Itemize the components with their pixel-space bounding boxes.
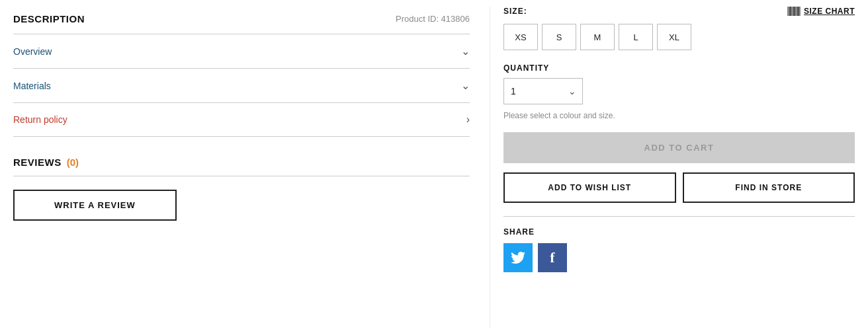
size-buttons: XS S M L XL <box>503 24 855 50</box>
left-panel: DESCRIPTION Product ID: 413806 Overview … <box>0 7 490 328</box>
size-xl-button[interactable]: XL <box>657 24 691 50</box>
quantity-select-wrapper: 1 2 3 4 5 ⌄ <box>503 78 583 104</box>
add-to-cart-button[interactable]: ADD TO CART <box>503 132 855 163</box>
chevron-down-icon: ⌄ <box>461 45 470 57</box>
right-panel: SIZE: SIZE CHART XS S M L XL QUANTITY 1 … <box>490 7 868 328</box>
description-header: DESCRIPTION Product ID: 413806 <box>13 13 470 34</box>
materials-label: Materials <box>13 81 51 91</box>
accordion-materials[interactable]: Materials ⌄ <box>13 69 470 103</box>
reviews-section: REVIEWS (0) WRITE A REVIEW <box>13 157 470 221</box>
find-in-store-button[interactable]: FIND IN STORE <box>683 172 855 203</box>
overview-label: Overview <box>13 46 52 57</box>
twitter-icon <box>511 252 525 264</box>
reviews-divider <box>13 176 470 176</box>
size-xs-button[interactable]: XS <box>503 24 538 50</box>
reviews-title: REVIEWS <box>13 157 62 168</box>
reviews-count: (0) <box>67 157 79 168</box>
write-review-button[interactable]: WRITE A REVIEW <box>13 190 177 221</box>
size-chart-label: SIZE CHART <box>804 7 855 16</box>
share-label: SHARE <box>503 227 855 237</box>
description-title: DESCRIPTION <box>13 13 85 24</box>
share-divider <box>503 216 855 217</box>
size-label: SIZE: <box>503 7 527 16</box>
secondary-buttons: ADD TO WISH LIST FIND IN STORE <box>503 172 855 203</box>
accordion-return-policy[interactable]: Return policy › <box>13 103 470 137</box>
product-id: Product ID: 413806 <box>396 14 470 24</box>
twitter-share-button[interactable] <box>503 243 533 272</box>
return-policy-label: Return policy <box>13 114 67 125</box>
share-buttons: f <box>503 243 855 272</box>
size-l-button[interactable]: L <box>619 24 653 50</box>
size-header-row: SIZE: SIZE CHART <box>503 7 855 16</box>
quantity-label: QUANTITY <box>503 63 855 73</box>
reviews-header: REVIEWS (0) <box>13 157 470 176</box>
size-m-button[interactable]: M <box>580 24 615 50</box>
chevron-right-icon: › <box>466 114 470 126</box>
chevron-down-icon: ⌄ <box>461 79 470 92</box>
size-s-button[interactable]: S <box>542 24 576 50</box>
add-to-wish-list-button[interactable]: ADD TO WISH LIST <box>503 172 676 203</box>
quantity-select[interactable]: 1 2 3 4 5 <box>503 78 583 104</box>
size-chart-link[interactable]: SIZE CHART <box>787 7 855 16</box>
ruler-icon <box>787 7 801 16</box>
facebook-share-button[interactable]: f <box>538 243 567 272</box>
facebook-icon: f <box>550 249 554 266</box>
select-hint: Please select a colour and size. <box>503 111 855 120</box>
accordion-overview[interactable]: Overview ⌄ <box>13 34 470 69</box>
